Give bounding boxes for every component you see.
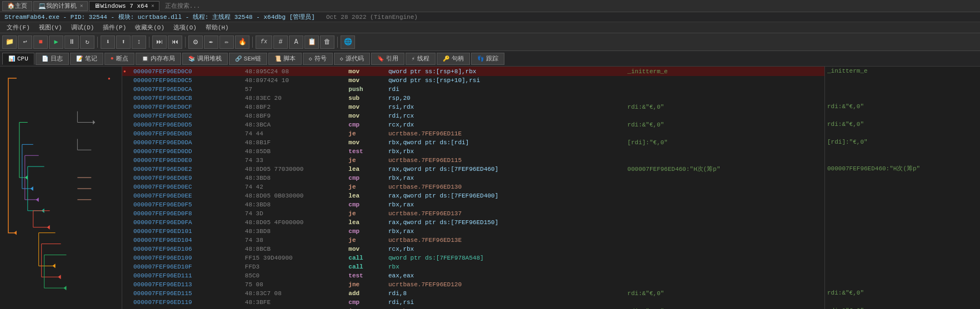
- table-row[interactable]: 000007FEF96ED0EC74 42jeucrtbase.7FEF96ED…: [122, 183, 824, 191]
- table-row[interactable]: 000007FEF96ED11948:3BFEcmprdi,rsi: [122, 298, 824, 307]
- bytes-cell: FFD3: [243, 262, 346, 271]
- table-row[interactable]: 000007FEF96ED0E248:8D05 77030000learax,q…: [122, 165, 824, 174]
- btn-step-over[interactable]: ⬆: [116, 36, 131, 49]
- menu-options[interactable]: 选项(O): [169, 23, 201, 32]
- btn-undo[interactable]: ↩: [18, 36, 32, 49]
- table-row[interactable]: 000007FEF96ED0DD48:85DBtestrbx,rbx: [122, 147, 824, 156]
- table-row[interactable]: 000007FEF96ED0DA48:8B1Fmovrbx,qword ptr …: [122, 138, 824, 147]
- address-cell: 000007FEF96ED11C: [131, 307, 243, 309]
- tab-callstack[interactable]: 📚 调用堆栈: [182, 53, 228, 65]
- btn-stop[interactable]: ■: [33, 36, 48, 49]
- btn-clipboard[interactable]: 📋: [304, 36, 319, 49]
- tab-handles[interactable]: 🔑 句柄: [437, 53, 470, 65]
- table-row[interactable]: 000007FEF96ED0FA48:8D05 4F000000learax,q…: [122, 218, 824, 227]
- table-row[interactable]: 000007FEF96ED0F548:3BD8cmprbx,rax: [122, 200, 824, 209]
- bytes-cell: 48:3BCA: [243, 120, 346, 129]
- instr-cell: call: [346, 262, 386, 271]
- table-row[interactable]: 000007FEF96ED0E074 33jeucrtbase.7FEF96ED…: [122, 156, 824, 165]
- table-row[interactable]: 000007FEF96ED11185C0testeax,eax: [122, 271, 824, 280]
- btn-settings[interactable]: ⚙: [188, 36, 203, 49]
- comment-entry: [825, 155, 980, 164]
- table-row[interactable]: 000007FEF96ED10FFFD3callrbx: [122, 262, 824, 271]
- table-row[interactable]: 000007FEF96ED0EE48:8D05 0B030000learax,q…: [122, 191, 824, 200]
- menu-help[interactable]: 帮助(H): [201, 23, 233, 32]
- table-row[interactable]: 000007FEF96ED11548:83C7 08addrdi,8rdi:&"…: [122, 289, 824, 298]
- table-row[interactable]: 000007FEF96ED10474 38jeucrtbase.7FEF96ED…: [122, 236, 824, 245]
- tab-symbols[interactable]: ◇ 符号: [303, 53, 333, 65]
- disasm-area[interactable]: ●000007FEF96ED0C048:895C24 08movqword pt…: [122, 67, 824, 309]
- btn-run[interactable]: ▶: [49, 36, 63, 49]
- menu-view[interactable]: 视图(V): [34, 23, 67, 32]
- menu-file[interactable]: 文件(F): [2, 23, 34, 32]
- table-row[interactable]: 000007FEF96ED10148:3BD8cmprbx,rax: [122, 227, 824, 236]
- comment-cell: [625, 94, 824, 103]
- svg-marker-11: [93, 120, 95, 125]
- tab-cpu[interactable]: 📊 CPU: [2, 53, 34, 65]
- operand-cell: ucrtbase.7FEF96ED0DA: [386, 307, 625, 309]
- table-row[interactable]: 000007FEF96ED0CB48:83EC 20subrsp,20: [122, 94, 824, 103]
- btn-step-into[interactable]: ⬇: [101, 36, 115, 49]
- table-row[interactable]: 000007FEF96ED10648:8BCBmovrcx,rbx: [122, 245, 824, 254]
- table-row[interactable]: 000007FEF96ED11375 08jneucrtbase.7FEF96E…: [122, 280, 824, 289]
- tab-source[interactable]: ◇ 源代码: [334, 53, 370, 65]
- btn-restart[interactable]: ↻: [80, 36, 94, 49]
- btn-web[interactable]: 🌐: [341, 36, 355, 49]
- instr-cell: mov: [346, 112, 386, 120]
- tab-home[interactable]: 🏠 主页: [2, 1, 32, 11]
- tab-threads[interactable]: ⚡ 线程: [406, 53, 436, 65]
- trace-icon: 👣: [477, 55, 484, 62]
- instr-cell: add: [346, 289, 386, 298]
- table-row[interactable]: 000007FEF96ED0D874 44jeucrtbase.7FEF96ED…: [122, 129, 824, 138]
- table-row[interactable]: 000007FEF96ED0C548:897424 10movqword ptr…: [122, 76, 824, 85]
- tab-memory[interactable]: 🔲 内存布局: [136, 53, 181, 65]
- table-row[interactable]: 000007FEF96ED109FF15 39D40900callqword p…: [122, 254, 824, 262]
- btn-pause[interactable]: ⏸: [64, 36, 79, 49]
- comment-cell: [625, 156, 824, 165]
- table-row[interactable]: ●000007FEF96ED0C048:895C24 08movqword pt…: [122, 67, 824, 76]
- tab-windows7[interactable]: 🖥 Windows 7 x64 ✕: [89, 1, 159, 11]
- bytes-cell: 57: [243, 85, 346, 94]
- table-row[interactable]: 000007FEF96ED11C75 BCjneucrtbase.7FEF96E…: [122, 307, 824, 309]
- btn-font[interactable]: A: [289, 36, 303, 49]
- tab-trace[interactable]: 👣 跟踪: [471, 53, 504, 65]
- comment-entry: [825, 111, 980, 120]
- bytes-cell: 48:8BF9: [243, 112, 346, 120]
- menu-favorites[interactable]: 收藏夹(O): [131, 23, 169, 32]
- btn-edit[interactable]: ✏: [219, 36, 234, 49]
- tab-my-computer[interactable]: 💻 我的计算机 ✕: [33, 1, 88, 11]
- address-cell: 000007FEF96ED0E9: [131, 174, 243, 183]
- tab-close-windows7[interactable]: ✕: [151, 3, 154, 9]
- btn-pencil[interactable]: ✒: [204, 36, 218, 49]
- toolbar-sep-3: [185, 37, 186, 48]
- btn-delete[interactable]: 🗑: [320, 36, 334, 49]
- btn-prev-bp[interactable]: ⏮: [168, 36, 182, 49]
- table-row[interactable]: 000007FEF96ED0F874 3Djeucrtbase.7FEF96ED…: [122, 209, 824, 218]
- btn-step-out[interactable]: ↕: [132, 36, 146, 49]
- instr-cell: je: [346, 156, 386, 165]
- table-row[interactable]: 000007FEF96ED0CF48:8BF2movrsi,rdxrdi:&"€…: [122, 103, 824, 112]
- btn-hash[interactable]: #: [273, 36, 288, 49]
- operand-cell: rdi,rcx: [386, 112, 625, 120]
- table-row[interactable]: 000007FEF96ED0CA57pushrdi: [122, 85, 824, 94]
- btn-next-bp[interactable]: ⏭: [152, 36, 167, 49]
- operand-cell: rbx,rax: [386, 200, 625, 209]
- tab-breakpoints[interactable]: ● 断点: [104, 53, 134, 65]
- instr-cell: mov: [346, 138, 386, 147]
- tab-seh[interactable]: 🔗 SEH链: [229, 53, 267, 65]
- btn-fx[interactable]: fx: [256, 36, 272, 49]
- btn-fire[interactable]: 🔥: [235, 36, 249, 49]
- menu-plugin[interactable]: 插件(P): [98, 23, 131, 32]
- tab-log[interactable]: 📄 日志: [36, 53, 69, 65]
- btn-open[interactable]: 📁: [2, 36, 17, 49]
- bytes-cell: 48:8B1F: [243, 138, 346, 147]
- table-row[interactable]: 000007FEF96ED0D548:3BCAcmprcx,rdxrdi:&"€…: [122, 120, 824, 129]
- svg-marker-6: [53, 264, 56, 268]
- tab-script[interactable]: 📜 脚本: [268, 53, 302, 65]
- table-row[interactable]: 000007FEF96ED0D248:8BF9movrdi,rcx: [122, 112, 824, 120]
- comment-entry: [825, 93, 980, 102]
- menu-debug[interactable]: 调试(D): [67, 23, 99, 32]
- tab-references[interactable]: 🔖 引用: [371, 53, 404, 65]
- tab-close-computer[interactable]: ✕: [80, 3, 83, 9]
- tab-notes[interactable]: 📝 笔记: [70, 53, 103, 65]
- table-row[interactable]: 000007FEF96ED0E948:3BD8cmprbx,rax: [122, 174, 824, 183]
